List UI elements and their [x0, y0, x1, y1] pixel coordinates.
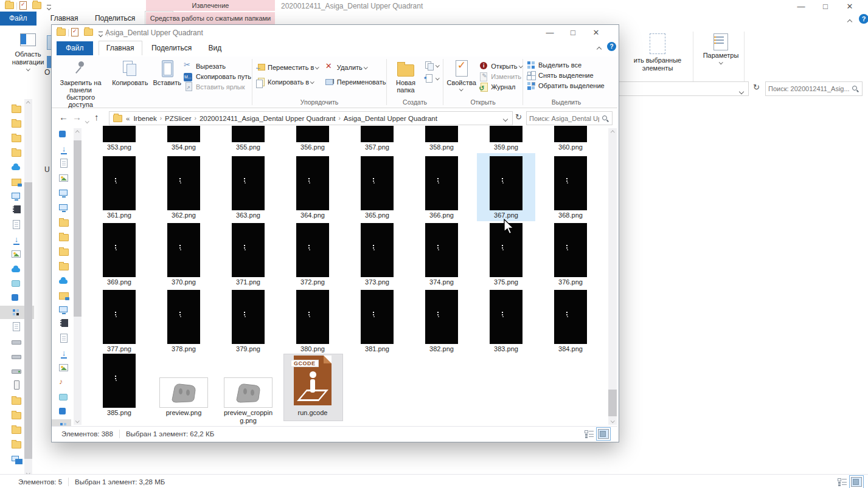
file-label[interactable]: 382.png: [412, 345, 471, 352]
blue-icon[interactable]: [12, 294, 18, 301]
net-icon[interactable]: [12, 456, 19, 461]
file-thumbnail[interactable]: [425, 156, 458, 210]
address-dropdown-icon[interactable]: [740, 87, 743, 95]
extract-selected-button[interactable]: ить выбранные элементы: [622, 30, 693, 74]
file-thumbnail[interactable]: [425, 290, 458, 344]
file-label[interactable]: 357.png: [348, 143, 406, 151]
file-label[interactable]: 379.png: [219, 345, 277, 352]
folder-icon[interactable]: [12, 135, 21, 142]
file-label[interactable]: 377.png: [90, 345, 148, 352]
thumbnail-view-icon[interactable]: [851, 477, 862, 487]
file-thumbnail[interactable]: [490, 156, 523, 210]
file-label[interactable]: 376.png: [541, 278, 600, 286]
file-label[interactable]: 365.png: [348, 211, 406, 219]
file-label[interactable]: preview.png: [155, 409, 213, 416]
file-label[interactable]: 354.png: [155, 143, 213, 151]
file-label[interactable]: 355.png: [219, 143, 277, 151]
file-thumbnail[interactable]: [103, 126, 136, 142]
bg-address-bar-fragment[interactable]: [618, 81, 749, 96]
file-thumbnail[interactable]: [167, 223, 200, 277]
tab-share[interactable]: Поделиться: [88, 12, 142, 26]
file-label[interactable]: 367.png: [477, 211, 535, 219]
folder-icon[interactable]: [12, 120, 21, 128]
folder-icon[interactable]: [12, 397, 21, 405]
doc-icon[interactable]: [13, 220, 20, 229]
file-label[interactable]: 383.png: [477, 345, 535, 352]
help-icon[interactable]: ?: [859, 14, 868, 24]
file-label[interactable]: 353.png: [90, 143, 148, 151]
bg-contextual-tab[interactable]: Средства работы со сжатыми папками: [146, 12, 275, 24]
qat-customize-icon[interactable]: [47, 4, 52, 10]
file-thumbnail[interactable]: [296, 156, 329, 210]
file-label[interactable]: 381.png: [348, 345, 406, 352]
doc-icon[interactable]: [13, 322, 20, 331]
file-label[interactable]: run.gcode: [283, 409, 342, 416]
file-label[interactable]: 380.png: [283, 345, 342, 352]
folder-icon[interactable]: [12, 427, 21, 434]
file-label[interactable]: preview_croppin: [219, 409, 277, 416]
file-thumbnail[interactable]: [232, 223, 265, 277]
file-thumbnail[interactable]: [296, 290, 329, 344]
tab-file[interactable]: Файл: [0, 12, 36, 26]
ribbon-collapse-icon[interactable]: [848, 17, 852, 26]
file-label[interactable]: 363.png: [219, 211, 277, 219]
file-label[interactable]: 361.png: [90, 211, 148, 219]
file-thumbnail[interactable]: [224, 377, 273, 408]
file-thumbnail[interactable]: [167, 290, 200, 344]
file-label[interactable]: 378.png: [155, 345, 213, 352]
phone-icon[interactable]: [14, 380, 19, 390]
desktop-icon[interactable]: [12, 179, 21, 186]
download-icon[interactable]: [12, 235, 21, 244]
search-input[interactable]: [766, 84, 852, 94]
options-button[interactable]: Параметры: [697, 30, 745, 66]
grid-icon[interactable]: [12, 309, 21, 318]
drive-icon[interactable]: [12, 340, 21, 345]
nav-pane-button[interactable]: Область навигации: [2, 29, 54, 72]
monitor-icon[interactable]: [12, 193, 20, 199]
file-thumbnail[interactable]: [425, 223, 458, 277]
file-thumbnail[interactable]: [361, 290, 394, 344]
maximize-button[interactable]: □: [821, 2, 830, 11]
file-label[interactable]: 384.png: [541, 345, 600, 352]
file-thumbnail[interactable]: [103, 223, 136, 277]
bg-search-box[interactable]: [765, 81, 863, 96]
tab-home[interactable]: Главная: [43, 12, 86, 26]
file-label[interactable]: 368.png: [541, 211, 600, 219]
file-thumbnail[interactable]: [361, 156, 394, 210]
file-thumbnail[interactable]: [232, 156, 265, 210]
file-label[interactable]: 373.png: [348, 278, 406, 286]
folder-icon[interactable]: [5, 2, 14, 9]
check-properties-icon[interactable]: [19, 1, 27, 10]
thumbnail-view-icon[interactable]: [598, 429, 609, 439]
file-thumbnail[interactable]: [554, 290, 587, 344]
details-view-icon[interactable]: [838, 478, 847, 486]
pic-icon[interactable]: [12, 250, 21, 258]
file-thumbnail[interactable]: [103, 156, 136, 210]
drive-icon[interactable]: [12, 355, 21, 359]
refresh-icon[interactable]: ↻: [753, 83, 760, 92]
file-thumbnail[interactable]: [296, 223, 329, 277]
file-label[interactable]: g.png: [219, 417, 277, 424]
file-thumbnail[interactable]: [296, 126, 329, 142]
cloud-icon[interactable]: [12, 268, 20, 272]
details-view-icon[interactable]: [585, 430, 594, 438]
driveg-icon[interactable]: [12, 369, 21, 374]
file-thumbnail[interactable]: [103, 354, 136, 408]
file-label[interactable]: 366.png: [412, 211, 471, 219]
close-button[interactable]: ✕: [845, 2, 854, 11]
file-label[interactable]: 362.png: [155, 211, 213, 219]
gcode-file-icon[interactable]: GCODE: [294, 356, 332, 405]
folder-icon[interactable]: [12, 149, 21, 157]
scroll-up-icon[interactable]: [608, 128, 617, 137]
aqua-icon[interactable]: [12, 280, 20, 287]
file-thumbnail[interactable]: [554, 223, 587, 277]
file-label[interactable]: 360.png: [541, 143, 600, 151]
file-thumbnail[interactable]: [232, 290, 265, 344]
file-label[interactable]: 358.png: [412, 143, 471, 151]
file-thumbnail[interactable]: [361, 126, 394, 142]
file-thumbnail[interactable]: [490, 126, 523, 142]
folder-icon[interactable]: [32, 2, 41, 9]
folder-icon[interactable]: [12, 412, 21, 419]
file-label[interactable]: 374.png: [412, 278, 471, 286]
file-thumbnail[interactable]: [554, 126, 587, 142]
